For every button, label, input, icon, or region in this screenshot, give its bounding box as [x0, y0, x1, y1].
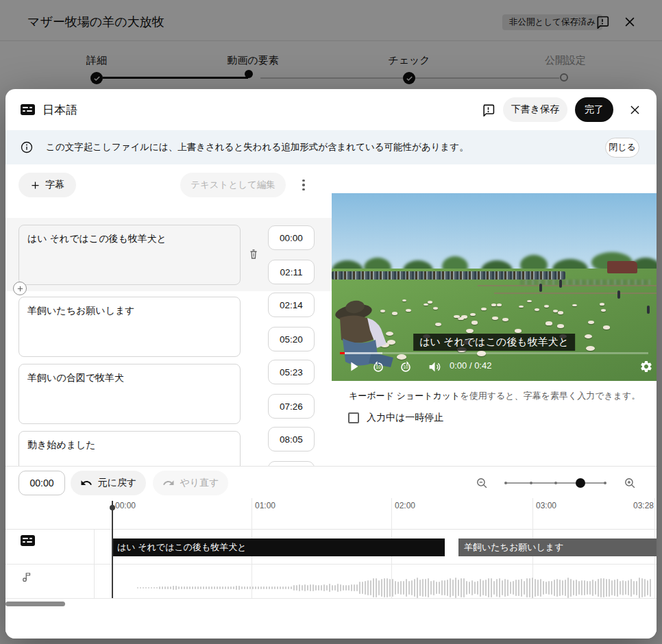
caption-end-time-input[interactable] — [268, 461, 315, 466]
feedback-icon[interactable] — [481, 103, 495, 116]
insert-caption-button[interactable] — [13, 282, 27, 295]
caption-row[interactable]: 羊飼いの合図で牧羊犬 — [5, 358, 332, 425]
kebab-menu-icon[interactable] — [298, 175, 309, 195]
video-played — [340, 352, 345, 354]
info-icon — [21, 141, 33, 153]
svg-text:10: 10 — [403, 364, 408, 369]
timeline-playhead[interactable] — [112, 501, 113, 598]
zoom-in-icon[interactable] — [624, 477, 637, 490]
caption-text-input[interactable]: 羊飼いたちお願いします — [19, 297, 241, 357]
zoom-slider-thumb[interactable] — [576, 478, 585, 488]
caption-start-time-input[interactable] — [268, 225, 315, 250]
zoom-out-icon[interactable] — [476, 477, 489, 490]
redo-button: やり直す — [153, 471, 228, 495]
forward-10-icon[interactable]: 10 — [398, 359, 413, 374]
add-caption-label: 字幕 — [45, 179, 64, 191]
ruler-label: 03:00 — [536, 501, 556, 510]
caption-end-time-input[interactable] — [268, 394, 315, 419]
screen: マザー牧場の羊の大放牧 非公開として保存済み 詳細 動画の要素 チェック 公開設… — [0, 0, 662, 644]
pause-while-typing-checkbox[interactable] — [348, 412, 359, 423]
pause-while-typing-label: 入力中は一時停止 — [367, 412, 443, 424]
ruler-label: 00:00 — [115, 501, 136, 510]
timeline-section: 元に戻す やり直す 00:00 01:00 — [5, 466, 657, 639]
modal-header: 日本語 下書き保存 完了 — [5, 89, 657, 130]
delete-caption-icon[interactable] — [247, 248, 261, 262]
caption-start-time-input[interactable] — [268, 293, 315, 317]
caption-row[interactable]: 動き始めました — [5, 425, 332, 466]
video-caption-overlay: はい それではこの後も牧羊犬と — [413, 334, 575, 351]
playhead-handle[interactable] — [110, 505, 115, 510]
replay-10-icon[interactable]: 10 — [371, 359, 386, 374]
slider-tick — [530, 482, 532, 484]
slider-tick — [604, 482, 606, 484]
audio-waveform — [137, 576, 657, 599]
video-controls: 10 10 0:00 / 0:42 — [332, 356, 657, 377]
edit-as-text-button: テキストとして編集 — [180, 173, 286, 197]
track-divider — [5, 564, 657, 565]
undo-label: 元に戻す — [98, 477, 137, 489]
done-button[interactable]: 完了 — [575, 97, 613, 122]
timeline-scrollbar[interactable] — [5, 602, 65, 606]
add-caption-button[interactable]: 字幕 — [19, 173, 76, 197]
banner-message: この文字起こしファイルには、上書きされると失われる追加形式が含まれている可能性が… — [46, 141, 469, 153]
caption-end-time-input[interactable] — [268, 327, 315, 351]
slider-tick — [554, 482, 557, 484]
zoom-slider[interactable] — [505, 482, 606, 484]
ruler-label: 03:28 — [633, 501, 654, 510]
video-progress-bar[interactable] — [340, 352, 648, 354]
timeline-caption-bar[interactable]: 羊飼いたちお願いします — [458, 538, 657, 556]
caption-text-input[interactable]: はい それではこの後も牧羊犬と — [19, 225, 241, 285]
caption-start-time-input[interactable] — [268, 427, 315, 451]
language-title: 日本語 — [42, 102, 77, 118]
pause-while-typing-row: 入力中は一時停止 — [348, 412, 443, 424]
video-buffered — [340, 352, 382, 354]
play-icon[interactable] — [345, 358, 362, 375]
settings-gear-icon[interactable] — [639, 359, 654, 374]
timeline-ruler[interactable]: 00:00 01:00 02:00 03:00 03:28 — [5, 498, 657, 530]
caption-end-time-input[interactable] — [268, 260, 315, 284]
banner-close-button[interactable]: 閉じる — [605, 138, 639, 158]
caption-list: はい それではこの後も牧羊犬と 羊飼いたちお願いします 羊飼いの合図で牧羊犬 — [5, 218, 332, 466]
redo-label: やり直す — [180, 477, 219, 489]
caption-toolbar: 字幕 テキストとして編集 — [5, 164, 332, 218]
undo-button[interactable]: 元に戻す — [71, 471, 146, 495]
svg-text:10: 10 — [376, 364, 381, 369]
undo-icon — [80, 477, 93, 489]
close-modal-icon[interactable] — [628, 103, 641, 116]
gutter-divider — [94, 530, 95, 598]
video-time-display: 0:00 / 0:42 — [450, 360, 491, 371]
subtitle-editor-modal: 日本語 下書き保存 完了 この文字起こしファイルには、上書きされると失われる追加… — [5, 89, 657, 639]
caption-start-time-input[interactable] — [268, 360, 315, 384]
slider-tick — [504, 482, 507, 484]
timeline-time-input[interactable] — [19, 471, 65, 495]
captions-track-icon — [21, 535, 35, 549]
shortcut-hint: キーボード ショートカットを使用すると、字幕を素早く入力できます。 — [349, 390, 640, 402]
volume-icon[interactable] — [427, 359, 442, 374]
caption-row[interactable]: はい それではこの後も牧羊犬と — [5, 218, 332, 291]
keyboard-shortcuts-link[interactable]: キーボード ショートカット — [349, 391, 460, 401]
captions-icon — [21, 104, 35, 118]
redo-icon — [162, 477, 175, 489]
video-player[interactable]: はい それではこの後も牧羊犬と 10 10 0:00 / 0:42 — [332, 193, 657, 381]
ruler-label: 01:00 — [255, 501, 275, 510]
hint-rest: を使用すると、字幕を素早く入力できます。 — [460, 391, 640, 401]
save-draft-button[interactable]: 下書き保存 — [503, 97, 567, 122]
audio-track-icon — [21, 571, 33, 583]
info-banner: この文字起こしファイルには、上書きされると失われる追加形式が含まれている可能性が… — [5, 130, 657, 164]
timeline-caption-bar[interactable]: はい それではこの後も牧羊犬と — [112, 538, 445, 556]
caption-row[interactable]: 羊飼いたちお願いします — [5, 291, 332, 358]
plus-icon — [30, 180, 40, 190]
caption-text-input[interactable]: 動き始めました — [19, 431, 241, 466]
ruler-label: 02:00 — [395, 501, 415, 510]
caption-text-input[interactable]: 羊飼いの合図で牧羊犬 — [19, 364, 241, 424]
